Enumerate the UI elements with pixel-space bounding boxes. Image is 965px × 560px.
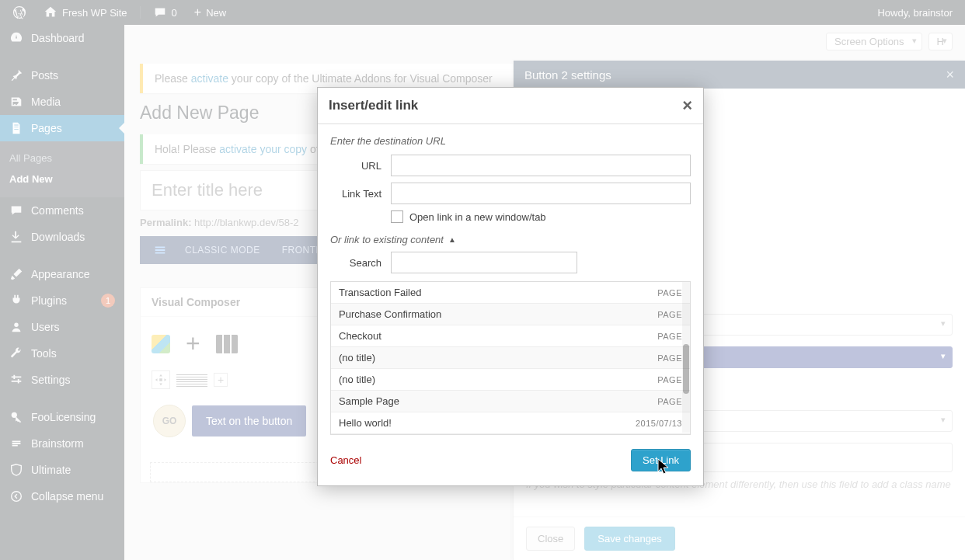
url-label: URL xyxy=(330,160,391,172)
list-scroll-thumb[interactable] xyxy=(683,344,689,394)
list-item[interactable]: Hello world!2015/07/13 xyxy=(331,412,690,434)
link-text-label: Link Text xyxy=(330,188,391,200)
link-text-input[interactable] xyxy=(391,183,691,204)
search-input[interactable] xyxy=(391,252,577,273)
list-item[interactable]: Purchase ConfirmationPAGE xyxy=(331,304,690,325)
list-item[interactable]: (no title)PAGE xyxy=(331,347,690,369)
modal-title: Insert/edit link xyxy=(329,98,418,113)
list-item[interactable]: (no title)PAGE xyxy=(331,369,690,391)
modal-subtitle: Enter the destination URL xyxy=(330,135,691,147)
insert-link-modal: Insert/edit link × Enter the destination… xyxy=(317,87,704,486)
url-input[interactable] xyxy=(391,155,691,176)
set-link-button[interactable]: Set Link xyxy=(631,449,691,471)
search-label: Search xyxy=(330,257,391,269)
list-scrollbar[interactable] xyxy=(682,282,690,433)
caret-up-icon: ▲ xyxy=(448,235,456,244)
modal-close-icon[interactable]: × xyxy=(682,96,692,116)
link-existing-toggle[interactable]: Or link to existing content ▲ xyxy=(330,234,691,245)
new-tab-label: Open link in a new window/tab xyxy=(409,211,546,223)
list-item[interactable]: CheckoutPAGE xyxy=(331,325,690,347)
list-item[interactable]: Sample PagePAGE xyxy=(331,391,690,412)
existing-content-list: Transaction FailedPAGEPurchase Confirmat… xyxy=(330,281,691,435)
new-tab-checkbox[interactable] xyxy=(391,210,403,223)
list-item[interactable]: Transaction FailedPAGE xyxy=(331,282,690,304)
cancel-link[interactable]: Cancel xyxy=(330,454,361,466)
